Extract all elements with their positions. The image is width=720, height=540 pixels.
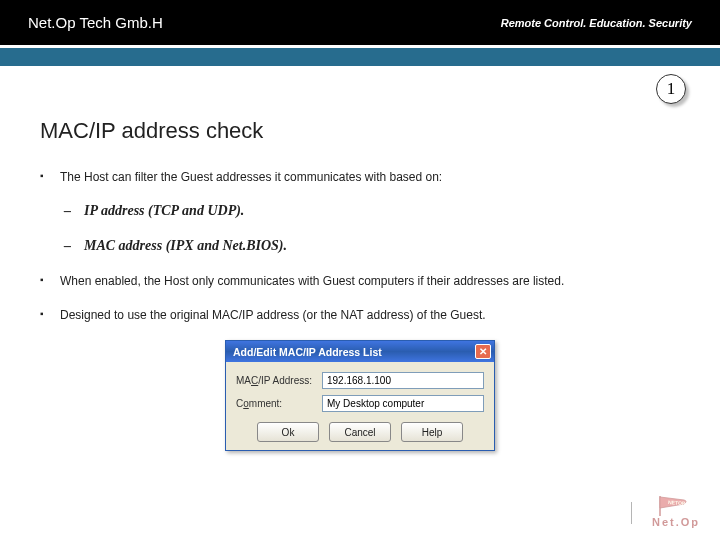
dialog-title: Add/Edit MAC/IP Address List: [233, 346, 382, 358]
comment-row: Comment:: [236, 395, 484, 412]
mac-row: MAC/IP Address:: [236, 372, 484, 389]
bullet-item: The Host can filter the Guest addresses …: [40, 168, 680, 256]
bullet-list: The Host can filter the Guest addresses …: [40, 168, 680, 324]
ok-button[interactable]: Ok: [257, 422, 319, 442]
cancel-button[interactable]: Cancel: [329, 422, 391, 442]
flag-icon: NETOP: [654, 494, 698, 518]
header-bar: Net.Op Tech Gmb.H Remote Control. Educat…: [0, 0, 720, 48]
comment-input[interactable]: [322, 395, 484, 412]
bullet-item: When enabled, the Host only communicates…: [40, 272, 680, 290]
logo-separator: [631, 502, 632, 524]
mac-label: MAC/IP Address:: [236, 375, 316, 386]
comment-label: Comment:: [236, 398, 316, 409]
logo-text: Net.Op: [652, 516, 700, 528]
tagline: Remote Control. Education. Security: [501, 17, 692, 29]
dialog-buttons: Ok Cancel Help: [236, 422, 484, 442]
brand: Net.Op Tech Gmb.H: [28, 14, 163, 31]
bullet-text: The Host can filter the Guest addresses …: [60, 170, 442, 184]
brand-logo: NETOP Net.Op: [652, 494, 700, 528]
content-area: 1 MAC/IP address check The Host can filt…: [0, 66, 720, 451]
help-button[interactable]: Help: [401, 422, 463, 442]
header-accent: [0, 48, 720, 66]
bullet-text: Designed to use the original MAC/IP addr…: [60, 308, 486, 322]
bullet-text: When enabled, the Host only communicates…: [60, 274, 564, 288]
svg-text:NETOP: NETOP: [668, 499, 686, 506]
slide-title: MAC/IP address check: [40, 118, 680, 144]
address-dialog: Add/Edit MAC/IP Address List ✕ MAC/IP Ad…: [225, 340, 495, 451]
dialog-titlebar: Add/Edit MAC/IP Address List ✕: [226, 341, 494, 362]
mac-ip-input[interactable]: [322, 372, 484, 389]
dialog-body: MAC/IP Address: Comment: Ok Cancel Help: [226, 362, 494, 450]
close-icon[interactable]: ✕: [475, 344, 491, 359]
bullet-item: Designed to use the original MAC/IP addr…: [40, 306, 680, 324]
sub-item: MAC address (IPX and Net.BIOS).: [60, 235, 680, 256]
page-number-badge: 1: [656, 74, 686, 104]
sub-item: IP address (TCP and UDP).: [60, 200, 680, 221]
sub-list: IP address (TCP and UDP). MAC address (I…: [60, 200, 680, 256]
